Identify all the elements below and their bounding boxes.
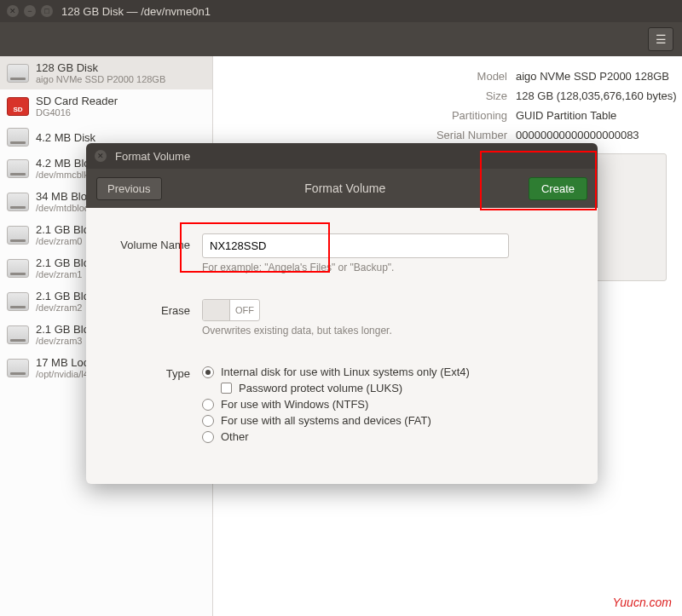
maximize-icon[interactable]: □ [41,5,53,17]
device-title: 4.2 MB Disk [36,131,95,144]
disk-icon [7,128,29,147]
disk-icon [7,226,29,245]
dialog-body: Volume Name For example: "Angela's Files… [86,208,598,484]
detail-value: GUID Partition Table [516,109,616,122]
volume-name-label: Volume Name [107,233,202,251]
volume-name-input[interactable] [202,233,509,258]
erase-hint: Overwrites existing data, but takes long… [202,325,577,337]
detail-label: Model [213,70,516,83]
device-item[interactable]: SD Card Reader DG4016 [0,89,212,123]
toggle-knob [203,300,230,320]
window-controls: ✕ − □ [7,5,53,17]
dialog-header-title: Format Volume [304,181,385,195]
watermark: Yuucn.com [612,596,672,609]
toggle-state: OFF [230,305,259,315]
radio-icon [202,399,214,411]
type-option-ntfs[interactable]: For use with Windows (NTFS) [202,398,577,411]
disk-icon [7,359,29,377]
format-volume-dialog: ✕ Format Volume Previous Format Volume C… [86,143,598,484]
field-control: For example: "Angela's Files" or "Backup… [202,233,577,273]
window-title: 128 GB Disk — /dev/nvme0n1 [61,5,211,18]
erase-label: Erase [107,299,202,317]
detail-row: Size 128 GB (128,035,676,160 bytes) [213,86,682,106]
disk-icon [7,292,29,311]
type-label: Type [107,362,202,380]
create-button[interactable]: Create [529,177,587,200]
detail-value: 128 GB (128,035,676,160 bytes) [516,89,677,102]
device-title: 128 GB Disk [36,61,165,74]
detail-value: 00000000000000000083 [516,129,639,141]
radio-icon [202,366,214,378]
volume-name-row: Volume Name For example: "Angela's Files… [107,233,577,273]
detail-label: Size [213,89,516,102]
menu-button[interactable]: ☰ [648,27,673,51]
type-option-fat[interactable]: For use with all systems and devices (FA… [202,414,577,427]
device-item[interactable]: 128 GB Disk aigo NVMe SSD P2000 128GB [0,56,212,89]
detail-label: Partitioning [213,109,516,122]
radio-icon [202,415,214,427]
sd-card-icon [7,97,29,116]
radio-icon [202,431,214,443]
disk-icon [7,64,29,83]
close-icon[interactable]: ✕ [95,150,107,162]
toolbar: ☰ [0,22,682,56]
type-row: Type Internal disk for use with Linux sy… [107,362,577,446]
checkbox-icon [221,383,232,394]
device-sub: DG4016 [36,107,118,118]
field-control: OFF Overwrites existing data, but takes … [202,299,577,337]
radio-label: Internal disk for use with Linux systems… [221,366,470,378]
detail-row: Serial Number 00000000000000000083 [213,125,682,145]
type-option-luks[interactable]: Password protect volume (LUKS) [221,382,577,394]
hamburger-icon: ☰ [656,32,667,46]
field-control: Internal disk for use with Linux systems… [202,362,577,446]
volume-name-hint: For example: "Angela's Files" or "Backup… [202,262,577,273]
radio-label: Other [221,430,249,443]
erase-toggle[interactable]: OFF [202,299,260,321]
dialog-titlebar: ✕ Format Volume [86,143,598,169]
disk-icon [7,159,29,178]
dialog-header: Previous Format Volume Create [86,169,598,208]
window-titlebar: ✕ − □ 128 GB Disk — /dev/nvme0n1 [0,0,682,22]
radio-label: For use with all systems and devices (FA… [221,414,431,427]
type-option-other[interactable]: Other [202,430,577,443]
detail-label: Serial Number [213,129,516,141]
previous-button[interactable]: Previous [96,177,162,200]
dialog-title: Format Volume [115,150,190,163]
disk-icon [7,325,29,344]
radio-label: For use with Windows (NTFS) [221,398,368,411]
device-text: SD Card Reader DG4016 [36,95,118,118]
checkbox-label: Password protect volume (LUKS) [239,382,402,394]
device-sub: aigo NVMe SSD P2000 128GB [36,74,165,84]
disk-icon [7,193,29,211]
minimize-icon[interactable]: − [24,5,36,17]
device-text: 4.2 MB Disk [36,131,95,144]
detail-row: Model aigo NVMe SSD P2000 128GB [213,66,682,86]
detail-row: Partitioning GUID Partition Table [213,106,682,125]
type-option-ext4[interactable]: Internal disk for use with Linux systems… [202,366,577,378]
device-title: SD Card Reader [36,95,118,107]
erase-row: Erase OFF Overwrites existing data, but … [107,299,577,337]
device-text: 128 GB Disk aigo NVMe SSD P2000 128GB [36,61,165,84]
close-icon[interactable]: ✕ [7,5,19,17]
disk-icon [7,259,29,278]
detail-value: aigo NVMe SSD P2000 128GB [516,70,669,83]
